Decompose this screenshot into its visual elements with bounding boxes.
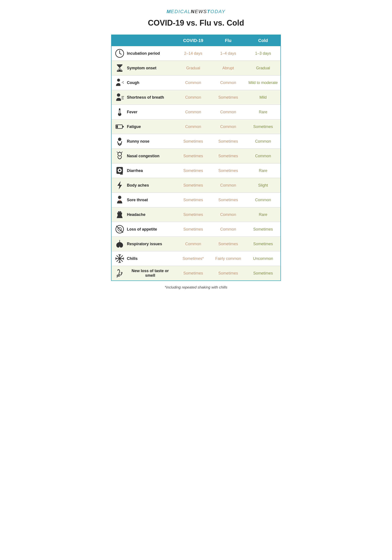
covid-value: Sometimes <box>176 163 211 178</box>
symptom-cell: Body aches <box>111 178 176 193</box>
table-row: Nasal congestionSometimesSometimesCommon <box>111 149 281 163</box>
cold-value: Uncommon <box>246 251 281 266</box>
flu-header: Flu <box>211 35 246 46</box>
symptom-label: Diarrhea <box>127 169 143 173</box>
lungs-icon <box>115 239 125 249</box>
symptom-label: New loss of taste or smell <box>127 269 173 278</box>
head-icon <box>115 210 125 220</box>
symptom-label: Nasal congestion <box>127 154 160 158</box>
symptom-cell: Runny nose <box>111 134 176 149</box>
snowflake-icon <box>115 253 125 264</box>
flu-value: Common <box>211 120 246 134</box>
symptom-label: Shortness of breath <box>127 95 164 100</box>
cold-value: Mild <box>246 90 281 105</box>
cold-value: Common <box>246 193 281 207</box>
covid-value: Sometimes <box>176 266 211 281</box>
table-row: Respiratory issuesCommonSometimesSometim… <box>111 237 281 251</box>
symptom-cell: Respiratory issues <box>111 237 176 251</box>
cold-value: Slight <box>246 178 281 193</box>
table-row: DiarrheaSometimesSometimesRare <box>111 163 281 178</box>
cold-value: Rare <box>246 105 281 120</box>
table-row: Shortness of breathCommonSometimesMild <box>111 90 281 105</box>
smell-icon <box>115 268 125 278</box>
symptom-label: Sore throat <box>127 198 148 202</box>
table-row: New loss of taste or smellSometimesSomet… <box>111 266 281 281</box>
footnote: *including repeated shaking with chills <box>111 285 281 290</box>
flu-value: Sometimes <box>211 237 246 251</box>
symptom-label: Fatigue <box>127 124 141 129</box>
thermometer-icon <box>115 107 125 117</box>
appetite-icon <box>115 224 125 234</box>
clock-icon <box>115 48 125 58</box>
symptom-header <box>111 35 176 46</box>
flu-value: Common <box>211 178 246 193</box>
covid-value: 2–14 days <box>176 46 211 61</box>
covid-value: Common <box>176 75 211 90</box>
breath-icon <box>115 92 125 102</box>
symptom-cell: Fatigue <box>111 120 176 134</box>
table-row: Sore throatSometimesSometimesCommon <box>111 193 281 207</box>
cough-icon <box>115 78 125 88</box>
cold-value: Sometimes <box>246 222 281 237</box>
covid-header: COVID-19 <box>176 35 211 46</box>
flu-value: Common <box>211 105 246 120</box>
symptom-cell: New loss of taste or smell <box>111 266 176 281</box>
symptom-cell: Headache <box>111 207 176 222</box>
flu-value: 1–4 days <box>211 46 246 61</box>
symptom-label: Loss of appetite <box>127 227 157 232</box>
cold-value: Common <box>246 149 281 163</box>
lightning-icon <box>115 180 125 190</box>
symptom-label: Runny nose <box>127 139 149 144</box>
flu-value: Sometimes <box>211 90 246 105</box>
table-row: Symptom onsetGradualAbruptGradual <box>111 61 281 75</box>
cold-value: Gradual <box>246 61 281 75</box>
page-title: COVID-19 vs. Flu vs. Cold <box>111 18 281 28</box>
symptom-cell: Cough <box>111 75 176 90</box>
symptom-cell: Diarrhea <box>111 163 176 178</box>
table-header-row: COVID-19 Flu Cold <box>111 35 281 46</box>
covid-value: Common <box>176 105 211 120</box>
symptom-cell: Shortness of breath <box>111 90 176 105</box>
covid-value: Sometimes <box>176 207 211 222</box>
brand: MedicalNewsToday <box>111 9 281 14</box>
symptom-cell: Loss of appetite <box>111 222 176 237</box>
hourglass-icon <box>115 63 125 73</box>
symptom-label: Fever <box>127 110 137 114</box>
covid-value: Gradual <box>176 61 211 75</box>
flu-value: Fairly common <box>211 251 246 266</box>
table-row: Incubation period2–14 days1–4 days1–3 da… <box>111 46 281 61</box>
battery-icon <box>115 122 125 132</box>
flu-value: Common <box>211 207 246 222</box>
cold-value: Sometimes <box>246 237 281 251</box>
covid-value: Sometimes* <box>176 251 211 266</box>
table-row: Body achesSometimesCommonSlight <box>111 178 281 193</box>
comparison-table: COVID-19 Flu Cold Incubation period2–14 … <box>111 35 281 281</box>
covid-value: Common <box>176 90 211 105</box>
symptom-label: Headache <box>127 212 145 217</box>
table-row: FeverCommonCommonRare <box>111 105 281 120</box>
symptom-cell: Incubation period <box>111 46 176 61</box>
covid-value: Sometimes <box>176 222 211 237</box>
symptom-cell: Sore throat <box>111 193 176 207</box>
cold-value: Mild to moderate <box>246 75 281 90</box>
covid-value: Sometimes <box>176 134 211 149</box>
table-row: Loss of appetiteSometimesCommonSometimes <box>111 222 281 237</box>
symptom-label: Incubation period <box>127 51 160 56</box>
symptom-label: Body aches <box>127 183 149 188</box>
covid-value: Sometimes <box>176 193 211 207</box>
brand-text: MedicalNewsToday <box>167 9 226 14</box>
table-row: CoughCommonCommonMild to moderate <box>111 75 281 90</box>
cold-value: Rare <box>246 163 281 178</box>
symptom-label: Chills <box>127 256 138 261</box>
cold-value: 1–3 days <box>246 46 281 61</box>
symptom-cell: Fever <box>111 105 176 120</box>
covid-value: Common <box>176 237 211 251</box>
cold-value: Sometimes <box>246 266 281 281</box>
symptom-cell: Nasal congestion <box>111 149 176 163</box>
table-row: ChillsSometimes*Fairly commonUncommon <box>111 251 281 266</box>
covid-value: Common <box>176 120 211 134</box>
symptom-label: Symptom onset <box>127 66 156 70</box>
symptom-cell: Symptom onset <box>111 61 176 75</box>
cold-value: Sometimes <box>246 120 281 134</box>
covid-value: Sometimes <box>176 149 211 163</box>
